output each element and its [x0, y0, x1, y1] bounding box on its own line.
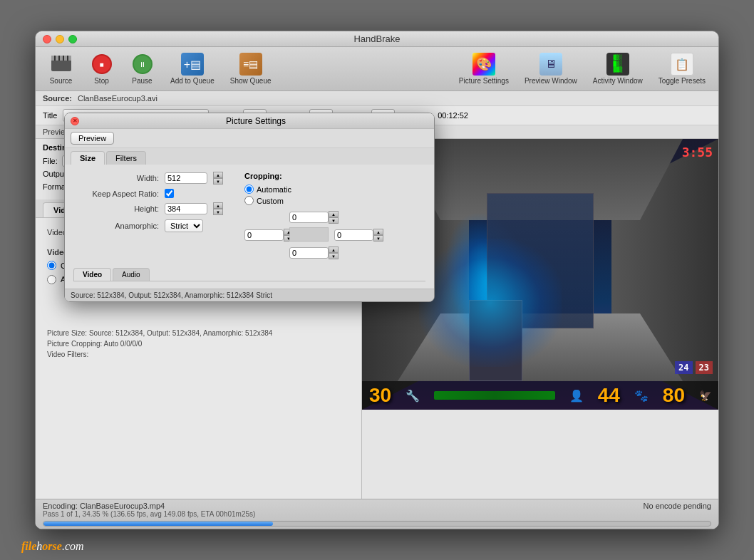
width-up[interactable]: ▲: [213, 172, 223, 178]
picture-settings-dialog: ✕ Picture Settings Preview Size Filters: [64, 113, 435, 302]
window-title: HandBrake: [353, 33, 400, 44]
width-input[interactable]: [165, 172, 207, 184]
anamorphic-dlg-label: Anamorphic:: [73, 222, 159, 230]
picture-settings-icon: 🎨: [472, 53, 495, 76]
dialog-tab-size[interactable]: Size: [71, 151, 105, 165]
svg-rect-6: [68, 56, 71, 61]
dialog-overlay: ✕ Picture Settings Preview Size Filters: [36, 91, 718, 529]
close-button[interactable]: [43, 35, 51, 43]
crop-bottom-input[interactable]: [289, 247, 329, 259]
dialog-preview-button[interactable]: Preview: [71, 132, 114, 145]
picture-settings-button[interactable]: 🎨 Picture Settings: [452, 50, 516, 88]
dialog-title: Picture Settings: [83, 116, 428, 126]
dialog-content: Width: ▲ ▼ Keep Aspect Ratio:: [65, 165, 434, 289]
source-label: Source: [50, 77, 73, 85]
minimize-button[interactable]: [56, 35, 64, 43]
stop-label: Stop: [94, 77, 109, 85]
dialog-close-button[interactable]: ✕: [71, 117, 79, 125]
main-window: HandBrake Source Stop: [35, 31, 719, 529]
title-bar: HandBrake: [36, 31, 718, 47]
pause-label: Pause: [132, 77, 152, 85]
height-input[interactable]: [165, 203, 207, 214]
activity-icon: ▓▒░█▒░▓▓▒: [606, 53, 629, 76]
height-stepper[interactable]: ▲ ▼: [213, 202, 223, 215]
activity-label: Activity Window: [593, 77, 643, 85]
main-content: Source: ClanBaseEurocup3.avi Title ClanB…: [36, 91, 718, 529]
dialog-subtab-video[interactable]: Video: [73, 268, 111, 281]
dialog-subtab-audio[interactable]: Audio: [113, 268, 150, 281]
crop-center: [289, 227, 329, 242]
svg-rect-2: [51, 56, 54, 61]
auto-label: Automatic: [257, 185, 291, 194]
dimensions-section: Width: ▲ ▼ Keep Aspect Ratio:: [73, 172, 230, 261]
anamorphic-dialog-select[interactable]: Strict: [165, 219, 203, 232]
height-up[interactable]: ▲: [213, 202, 223, 209]
add-to-queue-button[interactable]: +▤ Add to Queue: [163, 50, 222, 88]
dialog-title-bar: ✕ Picture Settings: [65, 113, 434, 129]
toggle-presets-button[interactable]: 📋 Toggle Presets: [651, 50, 713, 88]
crop-right-stepper[interactable]: ▲ ▼: [373, 229, 383, 242]
width-label: Width:: [73, 174, 159, 182]
crop-left-input[interactable]: [244, 229, 284, 241]
custom-label: Custom: [257, 197, 284, 205]
activity-button[interactable]: ▓▒░█▒░▓▓▒ Activity Window: [586, 50, 650, 88]
dialog-status-text: Source: 512x384, Output: 512x384, Anamor…: [71, 291, 272, 299]
add-to-queue-icon: +▤: [181, 53, 204, 76]
auto-crop-radio[interactable]: [244, 185, 254, 194]
crop-right-input[interactable]: [334, 229, 373, 241]
toggle-presets-label: Toggle Presets: [659, 77, 706, 85]
pause-icon: [131, 53, 154, 76]
crop-grid: ▲ ▼ ▲ ▼: [244, 209, 387, 261]
show-queue-label: Show Queue: [230, 77, 272, 85]
dialog-toolbar: Preview: [65, 129, 434, 148]
height-label: Height:: [73, 204, 159, 213]
toggle-presets-icon: 📋: [671, 53, 693, 76]
dialog-sub-tabs: Video Audio: [73, 268, 425, 281]
dialog-tab-filters[interactable]: Filters: [106, 151, 146, 165]
show-queue-icon: ≡▤: [239, 53, 262, 76]
add-to-queue-label: Add to Queue: [170, 77, 215, 85]
stop-icon: [91, 53, 113, 76]
width-down[interactable]: ▼: [213, 178, 223, 185]
keep-aspect-label: Keep Aspect Ratio:: [73, 190, 159, 198]
source-button[interactable]: Source: [41, 50, 81, 88]
cropping-section: Cropping: Automatic Custom: [244, 172, 387, 261]
svg-rect-4: [60, 56, 63, 61]
width-stepper[interactable]: ▲ ▼: [213, 172, 223, 185]
svg-rect-5: [64, 56, 67, 61]
toolbar-right: 🎨 Picture Settings 🖥 Preview Window ▓▒░█…: [452, 50, 713, 88]
pause-button[interactable]: Pause: [123, 50, 162, 88]
traffic-lights: [43, 35, 77, 43]
dialog-status-bar: Source: 512x384, Output: 512x384, Anamor…: [65, 289, 434, 301]
stop-button[interactable]: Stop: [82, 50, 121, 88]
keep-aspect-checkbox[interactable]: [165, 189, 174, 198]
show-queue-button[interactable]: ≡▤ Show Queue: [223, 50, 279, 88]
watermark: filehorse.com: [21, 540, 84, 553]
source-icon: [50, 53, 73, 76]
preview-label: Preview Window: [525, 77, 577, 85]
custom-crop-radio[interactable]: [244, 196, 254, 205]
picture-settings-label: Picture Settings: [459, 77, 509, 85]
maximize-button[interactable]: [68, 35, 77, 43]
cropping-label: Cropping:: [244, 172, 387, 180]
height-down[interactable]: ▼: [213, 209, 223, 215]
preview-button[interactable]: 🖥 Preview Window: [517, 50, 584, 88]
toolbar: Source Stop Pause +▤ Add to Queue ≡▤: [36, 47, 718, 91]
crop-top-input[interactable]: [289, 212, 329, 223]
dialog-tabs: Size Filters: [65, 148, 434, 165]
svg-rect-3: [56, 56, 58, 61]
preview-icon: 🖥: [539, 53, 562, 76]
